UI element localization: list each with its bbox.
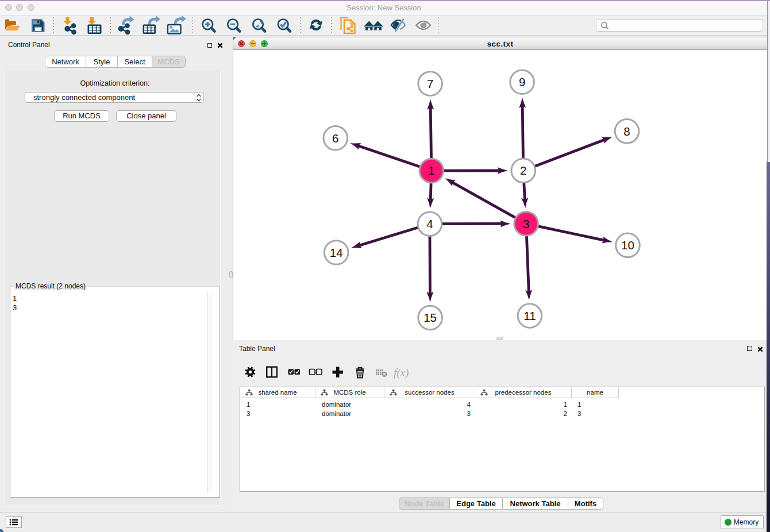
svg-text:11: 11 [523,309,536,322]
svg-text:3: 3 [523,217,529,230]
svg-text:f(x): f(x) [394,367,409,379]
svg-text:1: 1 [428,164,434,177]
svg-text:6: 6 [332,132,338,145]
svg-text:4: 4 [426,217,433,230]
svg-text:10: 10 [621,238,634,252]
svg-text:7: 7 [427,77,433,90]
svg-text:14: 14 [330,246,343,259]
svg-text:15: 15 [424,311,437,324]
svg-text:9: 9 [519,75,525,88]
svg-text:8: 8 [623,125,630,138]
svg-text:2: 2 [520,164,526,177]
